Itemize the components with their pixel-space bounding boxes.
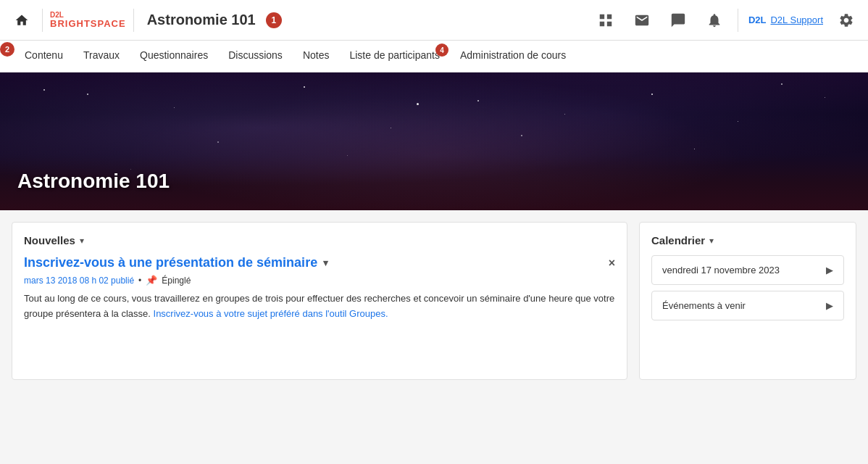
secondary-nav-items: Contenu Travaux Questionnaires Discussio… <box>14 41 576 72</box>
news-post: Inscrivez-vous à une présentation de sém… <box>24 255 615 322</box>
nav-divider-2 <box>133 9 134 32</box>
nav-divider <box>42 9 43 32</box>
hero-banner: Astronomie 101 <box>0 72 868 210</box>
d2l-support-area: D2L D2L Support <box>748 14 823 25</box>
top-nav-right: D2L D2L Support <box>593 7 859 33</box>
chat-icon[interactable] <box>665 7 691 33</box>
calendar-events-text: Événements à venir <box>662 300 746 311</box>
pin-icon: 📌 <box>146 275 157 286</box>
news-date: mars 13 2018 08 h 02 publié <box>24 276 134 286</box>
calendar-row-arrow: ▶ <box>826 265 833 276</box>
news-post-chevron[interactable]: ▾ <box>323 257 328 268</box>
calendrier-title: Calendrier <box>651 234 705 246</box>
calendrier-panel: Calendrier ▾ vendredi 17 novembre 2023 ▶… <box>639 222 856 380</box>
bell-icon[interactable] <box>701 7 727 33</box>
calendar-row-events[interactable]: Événements à venir ▶ <box>651 291 844 320</box>
mail-icon[interactable] <box>629 7 655 33</box>
epingle-label: Épinglé <box>162 276 191 286</box>
top-navigation: D2L BRIGHTSPACE Astronomie 101 1 <box>0 0 868 41</box>
nouvelles-title: Nouvelles <box>24 234 75 246</box>
d2l-logo: D2L BRIGHTSPACE <box>50 12 126 28</box>
settings-icon[interactable] <box>833 7 859 33</box>
calendar-events-arrow: ▶ <box>826 300 833 311</box>
nav-item-travaux[interactable]: Travaux <box>73 41 130 72</box>
secondary-navigation: 2 Contenu Travaux Questionnaires Discuss… <box>0 41 868 72</box>
nouvelles-header: Nouvelles ▾ <box>24 234 615 246</box>
news-post-close[interactable]: × <box>609 257 615 270</box>
news-body-link[interactable]: Inscrivez-vous à votre sujet préféré dan… <box>154 308 388 319</box>
news-separator: • <box>138 276 141 286</box>
nav-item-discussions[interactable]: Discussions <box>218 41 293 72</box>
news-post-title-row: Inscrivez-vous à une présentation de sém… <box>24 255 615 270</box>
nav-item-liste-participants[interactable]: Liste de participants 4 <box>339 41 450 72</box>
nav-item-admin[interactable]: Administration de cours <box>450 41 576 72</box>
d2l-support-link[interactable]: D2L Support <box>770 14 823 25</box>
news-post-meta: mars 13 2018 08 h 02 publié • 📌 Épinglé <box>24 275 615 286</box>
calendrier-header: Calendrier ▾ <box>651 234 844 246</box>
nav-item-questionnaires[interactable]: Questionnaires <box>130 41 218 72</box>
top-nav-left: D2L BRIGHTSPACE Astronomie 101 1 <box>9 7 587 33</box>
course-badge: 1 <box>266 12 282 28</box>
calendrier-chevron[interactable]: ▾ <box>709 236 714 246</box>
news-body-text: Tout au long de ce cours, vous travaille… <box>24 291 615 322</box>
news-post-link[interactable]: Inscrivez-vous à une présentation de sém… <box>24 255 317 270</box>
nouvelles-panel: Nouvelles ▾ Inscrivez-vous à une présent… <box>12 222 627 380</box>
d2l-label: D2L <box>748 14 767 25</box>
participants-badge: 4 <box>435 44 448 57</box>
grid-icon[interactable] <box>593 7 619 33</box>
home-button[interactable] <box>9 7 35 33</box>
calendar-date-text: vendredi 17 novembre 2023 <box>662 265 780 276</box>
main-content: Nouvelles ▾ Inscrivez-vous à une présent… <box>0 210 868 392</box>
nav-item-notes[interactable]: Notes <box>293 41 340 72</box>
course-title: Astronomie 101 <box>147 12 256 28</box>
nav-badge-2: 2 <box>0 42 14 57</box>
nav-divider-3 <box>738 9 738 32</box>
hero-title: Astronomie 101 <box>17 170 170 193</box>
nouvelles-chevron[interactable]: ▾ <box>80 236 84 246</box>
calendar-row-today[interactable]: vendredi 17 novembre 2023 ▶ <box>651 255 844 285</box>
nav-item-contenu[interactable]: Contenu <box>14 41 73 72</box>
